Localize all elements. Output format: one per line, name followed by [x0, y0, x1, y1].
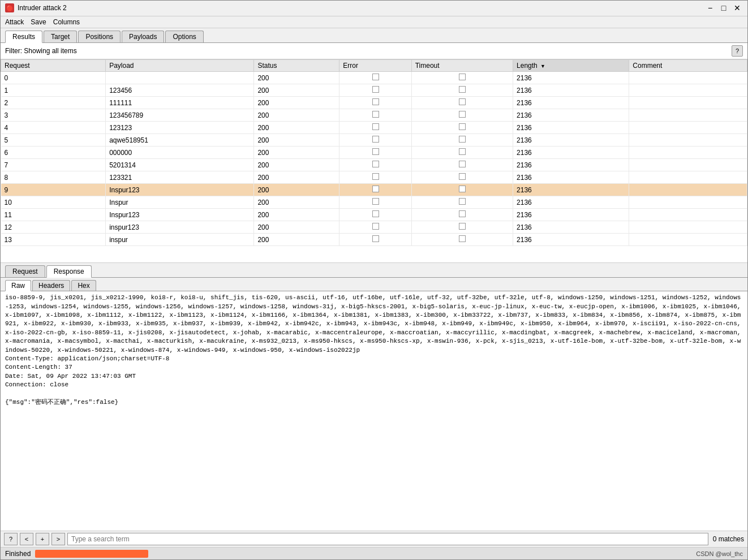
table-cell — [339, 171, 411, 184]
col-payload[interactable]: Payload — [106, 60, 254, 72]
table-cell — [339, 196, 411, 209]
checkbox[interactable] — [372, 235, 379, 242]
close-button[interactable]: ✕ — [732, 3, 743, 13]
prev-button[interactable]: < — [20, 533, 33, 545]
table-row[interactable]: 02002136 — [1, 72, 747, 84]
checkbox[interactable] — [372, 223, 379, 230]
checkbox[interactable] — [372, 86, 379, 93]
col-error[interactable]: Error — [339, 60, 411, 72]
col-comment[interactable]: Comment — [629, 60, 747, 72]
checkbox[interactable] — [459, 235, 466, 242]
menu-columns[interactable]: Columns — [53, 18, 80, 26]
tab-positions[interactable]: Positions — [78, 31, 121, 42]
minimize-button[interactable]: − — [704, 3, 716, 13]
table-cell — [411, 159, 513, 171]
help-button[interactable]: ? — [4, 533, 18, 545]
table-row[interactable]: 41231232002136 — [1, 122, 747, 134]
checkbox[interactable] — [372, 136, 379, 143]
window-controls: − □ ✕ — [704, 3, 743, 13]
table-cell — [629, 134, 747, 147]
table-row[interactable]: 31234567892002136 — [1, 109, 747, 122]
subtab-raw[interactable]: Raw — [5, 280, 31, 291]
table-cell — [339, 84, 411, 97]
checkbox[interactable] — [459, 74, 466, 80]
checkbox[interactable] — [459, 98, 466, 105]
filter-help-button[interactable]: ? — [732, 45, 743, 57]
table-cell — [629, 147, 747, 159]
tab-request[interactable]: Request — [5, 265, 45, 277]
subtab-headers[interactable]: Headers — [32, 280, 70, 291]
table-cell: 3 — [1, 109, 106, 122]
table-cell: 2 — [1, 97, 106, 109]
table-row[interactable]: 60000002002136 — [1, 147, 747, 159]
subtab-hex[interactable]: Hex — [71, 280, 96, 291]
checkbox[interactable] — [372, 98, 379, 105]
table-row[interactable]: 12inspur1232002136 — [1, 221, 747, 234]
col-status[interactable]: Status — [254, 60, 339, 72]
tab-options[interactable]: Options — [165, 31, 203, 42]
table-cell: 2136 — [513, 159, 629, 171]
table-row[interactable]: 5aqwe5189512002136 — [1, 134, 747, 147]
search-input[interactable] — [67, 533, 708, 545]
table-cell: 13 — [1, 234, 106, 246]
table-row[interactable]: 9Inspur1232002136 — [1, 184, 747, 196]
table-row[interactable]: 13inspur2002136 — [1, 234, 747, 246]
tab-target[interactable]: Target — [44, 31, 77, 42]
checkbox[interactable] — [372, 148, 379, 155]
maximize-button[interactable]: □ — [718, 3, 729, 13]
checkbox[interactable] — [459, 210, 466, 217]
checkbox[interactable] — [459, 161, 466, 167]
tab-results[interactable]: Results — [5, 31, 42, 43]
table-row[interactable]: 11234562002136 — [1, 84, 747, 97]
checkbox[interactable] — [459, 136, 466, 143]
col-timeout[interactable]: Timeout — [411, 60, 513, 72]
table-row[interactable]: 21111112002136 — [1, 97, 747, 109]
checkbox[interactable] — [459, 186, 466, 192]
checkbox[interactable] — [459, 198, 466, 205]
checkbox[interactable] — [459, 123, 466, 130]
tab-response[interactable]: Response — [46, 265, 92, 278]
results-table-container[interactable]: Request Payload Status Error Timeout Len… — [1, 59, 747, 263]
plus-button[interactable]: + — [36, 533, 49, 545]
table-row[interactable]: 81233212002136 — [1, 171, 747, 184]
checkbox[interactable] — [372, 74, 379, 80]
table-cell: Inspur — [106, 196, 254, 209]
table-cell: 2136 — [513, 171, 629, 184]
menu-save[interactable]: Save — [31, 18, 46, 26]
tab-payloads[interactable]: Payloads — [122, 31, 164, 42]
status-text: Finished — [5, 550, 31, 558]
table-cell — [629, 184, 747, 196]
table-cell — [411, 134, 513, 147]
table-cell: 200 — [254, 209, 339, 221]
table-cell: 200 — [254, 134, 339, 147]
table-cell: 200 — [254, 72, 339, 84]
table-cell — [629, 234, 747, 246]
table-cell — [411, 84, 513, 97]
menu-attack[interactable]: Attack — [5, 18, 24, 26]
col-request[interactable]: Request — [1, 60, 106, 72]
table-cell: 1 — [1, 84, 106, 97]
table-row[interactable]: 752013142002136 — [1, 159, 747, 171]
table-cell — [629, 122, 747, 134]
req-res-tabs: Request Response — [1, 263, 747, 278]
table-row[interactable]: 11Inspur1232002136 — [1, 209, 747, 221]
checkbox[interactable] — [459, 111, 466, 118]
checkbox[interactable] — [372, 198, 379, 205]
checkbox[interactable] — [459, 86, 466, 93]
table-cell — [629, 209, 747, 221]
checkbox[interactable] — [372, 186, 379, 192]
checkbox[interactable] — [459, 148, 466, 155]
next-button[interactable]: > — [51, 533, 65, 545]
table-cell — [629, 159, 747, 171]
checkbox[interactable] — [459, 173, 466, 180]
checkbox[interactable] — [372, 173, 379, 180]
checkbox[interactable] — [372, 210, 379, 217]
checkbox[interactable] — [459, 223, 466, 230]
table-cell: Inspur123 — [106, 209, 254, 221]
checkbox[interactable] — [372, 123, 379, 130]
checkbox[interactable] — [372, 161, 379, 167]
checkbox[interactable] — [372, 111, 379, 118]
search-bar: ? < + > 0 matches — [1, 531, 747, 547]
table-row[interactable]: 10Inspur2002136 — [1, 196, 747, 209]
col-length[interactable]: Length ▼ — [513, 60, 629, 72]
